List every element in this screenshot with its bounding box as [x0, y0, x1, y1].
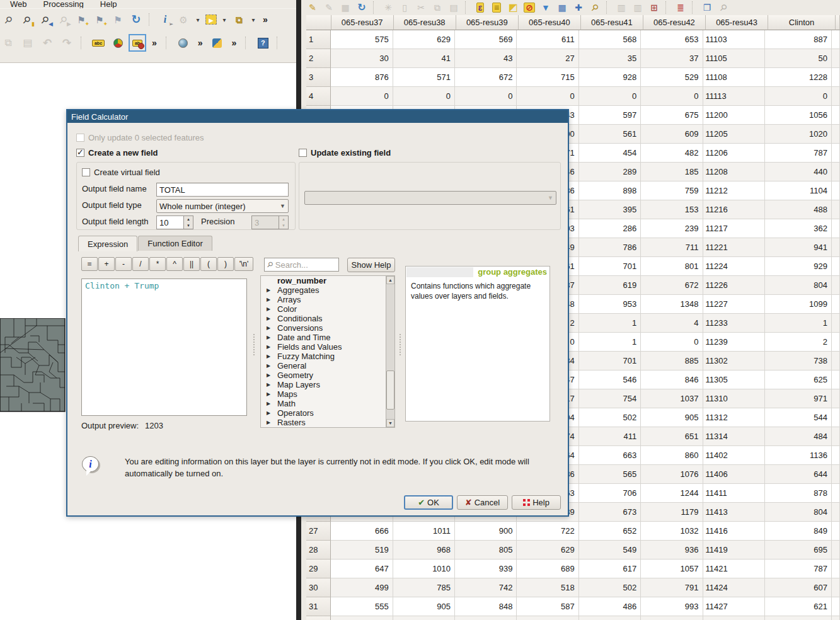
table-cell[interactable]: 666 — [331, 522, 393, 541]
operator-button[interactable]: '\n' — [234, 257, 253, 271]
expression-editor[interactable]: Clinton + Trump — [81, 278, 247, 416]
function-group-item[interactable]: ▶Maps — [261, 389, 394, 399]
function-list-scrollbar[interactable]: ▲ ▼ — [386, 276, 394, 427]
dropdown-caret-icon[interactable]: ▾ — [221, 16, 227, 23]
table-cell[interactable]: 239 — [641, 219, 703, 238]
row-number-cell[interactable]: 31 — [306, 597, 331, 616]
table-cell[interactable]: 0 — [579, 87, 641, 106]
table-cell[interactable]: 11413 — [703, 503, 765, 522]
row-number-cell[interactable]: 3 — [306, 68, 331, 87]
table-cell[interactable]: 1348 — [641, 295, 703, 314]
table-cell[interactable]: 454 — [579, 144, 641, 163]
help-contents-icon[interactable]: ? — [256, 36, 270, 50]
toolbar-overflow-icon[interactable]: » — [150, 38, 159, 48]
table-cell[interactable]: 0 — [517, 87, 578, 106]
function-group-item[interactable]: ▶Math — [261, 399, 394, 408]
function-group-item[interactable]: ▶Date and Time — [261, 333, 394, 342]
function-search-input[interactable]: ⚲ Search... — [264, 258, 339, 272]
table-cell[interactable]: 617 — [579, 560, 641, 578]
expand-arrow-icon[interactable]: ▶ — [267, 353, 270, 359]
table-cell[interactable]: 546 — [579, 370, 641, 389]
table-cell[interactable]: 849 — [765, 522, 832, 541]
operator-button[interactable]: ^ — [166, 257, 183, 271]
table-cell[interactable]: 11208 — [703, 163, 765, 181]
row-number-cell[interactable]: 28 — [306, 541, 331, 560]
table-cell[interactable]: 440 — [765, 163, 832, 181]
pin-labels-icon[interactable]: ab — [130, 36, 144, 50]
function-group-item[interactable]: ▶Arrays — [261, 295, 394, 304]
dialog-titlebar[interactable]: Field Calculator — [67, 110, 568, 123]
table-cell[interactable]: 846 — [641, 370, 703, 389]
output-field-name-input[interactable]: TOTAL — [156, 183, 289, 197]
table-cell[interactable]: 529 — [641, 68, 703, 87]
table-cell[interactable]: 609 — [641, 125, 703, 144]
expand-arrow-icon[interactable]: ▶ — [267, 325, 270, 331]
table-cell[interactable]: 486 — [579, 597, 641, 616]
table-cell[interactable]: 754 — [579, 389, 641, 408]
table-cell[interactable]: 968 — [393, 541, 455, 560]
column-header[interactable]: 065-resu41 — [581, 15, 643, 30]
table-cell[interactable]: 652 — [579, 522, 641, 541]
table-cell[interactable]: 11221 — [703, 238, 765, 257]
row-number-cell[interactable] — [306, 616, 331, 620]
operator-button[interactable]: - — [115, 257, 132, 271]
table-cell[interactable]: 11108 — [703, 68, 765, 87]
select-options-icon[interactable]: ⧉ — [232, 13, 246, 26]
row-number-header[interactable] — [306, 15, 331, 30]
table-cell[interactable]: 1057 — [641, 560, 703, 578]
operator-button[interactable]: / — [132, 257, 149, 271]
table-cell[interactable]: 185 — [641, 163, 703, 181]
function-group-item[interactable]: ▶Aggregates — [261, 285, 394, 295]
table-cell[interactable]: 1 — [765, 314, 832, 333]
table-cell[interactable]: 569 — [455, 30, 517, 49]
zoom-native-icon[interactable]: ⚲ — [1, 13, 15, 26]
create-virtual-checkbox[interactable] — [82, 168, 90, 176]
table-cell[interactable]: 887 — [765, 30, 832, 49]
table-cell[interactable]: 11402 — [703, 446, 765, 465]
layer-diagram-icon[interactable] — [111, 36, 125, 50]
row-number-cell[interactable]: 30 — [306, 578, 331, 597]
table-cell[interactable]: 37 — [641, 49, 703, 68]
conditional-formatting-icon[interactable]: ≣ — [674, 1, 687, 14]
table-cell[interactable]: 11113 — [703, 87, 765, 106]
table-cell[interactable]: 11103 — [703, 30, 765, 49]
table-cell[interactable]: 11302 — [703, 352, 765, 370]
tab-function-editor[interactable]: Function Editor — [138, 236, 212, 251]
spin-up-icon[interactable]: ▲ — [184, 216, 193, 222]
table-cell[interactable]: 153 — [641, 200, 703, 219]
bookmark-manager-icon[interactable]: ⚑ — [111, 13, 125, 26]
menu-help[interactable]: Help — [100, 0, 117, 8]
table-cell[interactable]: 939 — [455, 560, 517, 578]
function-group-item[interactable]: ▶Map Layers — [261, 380, 394, 389]
search-settings-icon[interactable]: ⚲ — [717, 1, 730, 14]
table-cell[interactable]: 786 — [579, 238, 641, 257]
function-group-item[interactable]: ▶Operators — [261, 408, 394, 418]
expand-arrow-icon[interactable]: ▶ — [267, 372, 270, 378]
table-cell[interactable]: 0 — [393, 87, 455, 106]
table-cell[interactable]: 11427 — [703, 597, 765, 616]
table-cell[interactable]: 519 — [331, 541, 393, 560]
table-cell[interactable]: 848 — [455, 597, 517, 616]
show-help-button[interactable]: Show Help — [347, 258, 395, 272]
identify-features-icon[interactable]: i➢ — [158, 13, 172, 26]
table-cell[interactable]: 905 — [641, 408, 703, 427]
toolbar-overflow-icon[interactable]: » — [230, 38, 239, 48]
table-cell[interactable]: 11205 — [703, 125, 765, 144]
table-cell[interactable]: 787 — [765, 560, 832, 578]
table-cell[interactable]: 50 — [765, 49, 832, 68]
table-cell[interactable]: 644 — [765, 465, 832, 484]
table-cell[interactable]: 11314 — [703, 427, 765, 446]
table-cell[interactable]: 701 — [579, 352, 641, 370]
table-cell[interactable]: 395 — [579, 200, 641, 219]
table-cell[interactable]: 619 — [579, 276, 641, 295]
table-cell[interactable]: 30 — [331, 49, 393, 68]
function-group-item[interactable]: ▶Rasters — [261, 418, 394, 427]
table-cell[interactable] — [331, 616, 393, 620]
table-cell[interactable]: 286 — [579, 219, 641, 238]
pane-splitter-handle[interactable] — [400, 334, 401, 355]
table-cell[interactable]: 805 — [455, 541, 517, 560]
table-cell[interactable]: 673 — [579, 503, 641, 522]
expand-arrow-icon[interactable]: ▶ — [267, 382, 270, 388]
table-cell[interactable]: 787 — [765, 144, 832, 163]
table-cell[interactable] — [393, 616, 455, 620]
